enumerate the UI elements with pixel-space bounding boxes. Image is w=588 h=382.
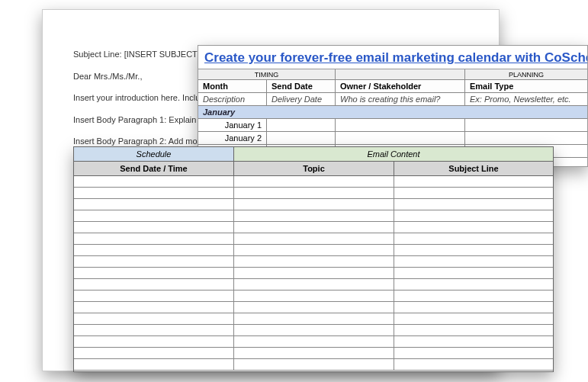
empty-cell — [394, 291, 553, 302]
empty-cell — [234, 199, 394, 210]
empty-cell — [74, 199, 234, 210]
empty-cell — [394, 313, 553, 325]
table-row: January 1 — [198, 119, 587, 132]
table-row: January 2 — [198, 132, 587, 145]
empty-cell — [234, 313, 394, 325]
empty-cell — [394, 233, 553, 245]
col-email-type: Email Type — [465, 80, 587, 93]
empty-cell — [394, 245, 553, 256]
empty-cell — [394, 359, 553, 371]
col-topic: Topic — [234, 162, 394, 176]
empty-cell — [234, 245, 394, 256]
col-send-datetime: Send Date / Time — [74, 162, 234, 176]
mid-month-row: January — [198, 106, 587, 119]
empty-cell — [336, 119, 465, 132]
col-month: Month — [198, 80, 267, 93]
empty-cell — [394, 222, 553, 233]
spreadsheet-title: Create your forever-free email marketing… — [198, 46, 587, 69]
empty-cell — [234, 210, 394, 222]
empty-cell — [394, 176, 553, 188]
mid-desc-row: Description Delivery Date Who is creatin… — [198, 93, 587, 106]
col-send-date: Send Date — [267, 80, 336, 93]
empty-cell — [234, 268, 394, 279]
section-blank — [336, 69, 465, 80]
empty-cell — [394, 199, 553, 210]
section-email-content: Email Content — [234, 147, 553, 162]
empty-cell — [74, 336, 234, 348]
empty-cell — [74, 348, 234, 359]
empty-cell — [234, 302, 394, 313]
empty-cell — [74, 325, 234, 336]
empty-cell — [74, 222, 234, 233]
empty-cell — [267, 119, 336, 132]
mid-header-row: Month Send Date Owner / Stakeholder Emai… — [198, 80, 587, 93]
month-january: January — [198, 106, 587, 119]
empty-cell — [394, 325, 553, 336]
empty-cell — [234, 279, 394, 291]
empty-cell — [234, 291, 394, 302]
front-section-row: Schedule Email Content — [74, 147, 553, 162]
col-subject-line: Subject Line — [394, 162, 553, 176]
day-cell: January 2 — [198, 132, 267, 145]
section-planning: PLANNING — [465, 69, 587, 80]
empty-cell — [336, 132, 465, 145]
email-content-spreadsheet-front: Schedule Email Content Send Date / Time … — [73, 146, 554, 372]
empty-cell — [74, 291, 234, 302]
empty-cell — [74, 233, 234, 245]
empty-cell — [394, 348, 553, 359]
empty-cell — [394, 210, 553, 222]
empty-cell — [234, 359, 394, 371]
empty-cell — [394, 302, 553, 313]
empty-cell — [74, 245, 234, 256]
empty-cell — [74, 256, 234, 268]
section-schedule: Schedule — [74, 147, 234, 162]
empty-cell — [394, 336, 553, 348]
empty-cell — [234, 176, 394, 188]
empty-cell — [74, 313, 234, 325]
empty-cell — [394, 188, 553, 199]
empty-cell — [394, 268, 553, 279]
front-header-row: Send Date / Time Topic Subject Line — [74, 162, 553, 176]
empty-cell — [394, 279, 553, 291]
empty-cell — [465, 119, 587, 132]
mid-section-row: TIMING PLANNING — [198, 69, 587, 80]
desc-month: Description — [198, 93, 267, 106]
empty-cell — [234, 188, 394, 199]
empty-cell — [234, 325, 394, 336]
desc-delivery: Delivery Date — [267, 93, 336, 106]
empty-cell — [74, 279, 234, 291]
empty-cell — [394, 256, 553, 268]
empty-cell — [74, 359, 234, 371]
empty-cell — [465, 132, 587, 145]
empty-cell — [74, 268, 234, 279]
day-cell: January 1 — [198, 119, 267, 132]
empty-cell — [267, 132, 336, 145]
col-owner: Owner / Stakeholder — [336, 80, 465, 93]
empty-cell — [234, 336, 394, 348]
desc-who: Who is creating this email? — [336, 93, 465, 106]
empty-cell — [74, 210, 234, 222]
empty-cell — [234, 256, 394, 268]
empty-cell — [74, 302, 234, 313]
empty-cell — [74, 188, 234, 199]
empty-cell — [74, 176, 234, 188]
empty-cell — [234, 222, 394, 233]
front-body-rows — [74, 176, 553, 371]
empty-cell — [234, 233, 394, 245]
empty-cell — [234, 348, 394, 359]
desc-ex: Ex: Promo, Newsletter, etc. — [465, 93, 587, 106]
section-timing: TIMING — [198, 69, 336, 80]
